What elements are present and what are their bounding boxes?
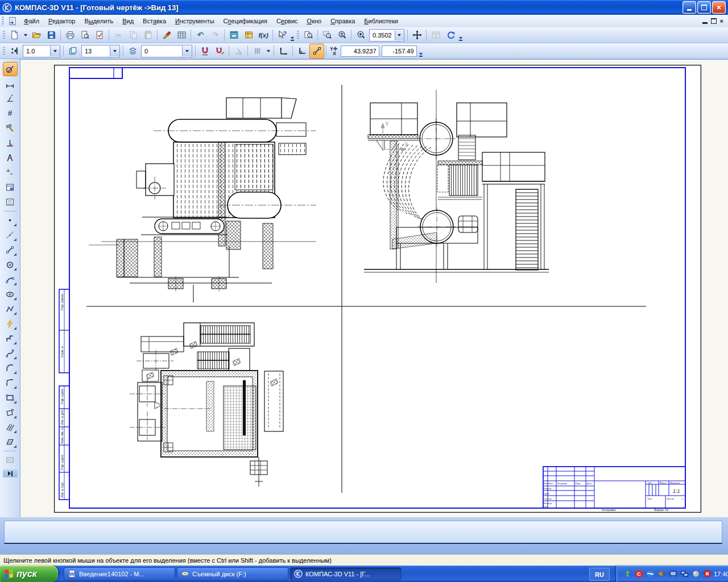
taskbar-clock[interactable]: 17:40 [714,571,728,577]
angle-button[interactable] [231,44,246,59]
open-document-button[interactable] [29,28,44,43]
panel-expander[interactable] [3,469,18,477]
zoom-in-button[interactable] [353,28,368,43]
tool-hatch-button[interactable] [3,435,18,449]
taskbar-task-disk[interactable]: Съемный диск (F:) [177,567,288,580]
coordinate-x-field[interactable]: 43.9237 [341,45,379,57]
step-dropdown[interactable] [50,46,60,56]
panel-designations-button[interactable]: * [3,92,18,106]
volume-icon[interactable] [657,569,667,579]
mdi-restore-button[interactable] [711,18,717,24]
device-icon[interactable] [691,569,701,579]
paste-button[interactable] [140,28,155,43]
zoom-scale-dropdown[interactable] [395,30,404,40]
print-button[interactable] [63,28,77,43]
print-preview-button[interactable] [77,28,92,43]
refresh-button[interactable] [443,28,458,43]
language-indicator[interactable]: RU [589,568,610,581]
tool-auxiliary-line-button[interactable] [3,228,18,242]
undo-button[interactable]: ↶ [193,28,208,43]
restore-button[interactable] [697,1,711,14]
antivirus-icon[interactable]: C [634,569,644,579]
grid-dropdown[interactable] [264,45,272,57]
menu-help[interactable]: Справка [326,16,359,26]
panel-parametrization-button[interactable] [3,136,18,150]
mdi-child-icon[interactable] [8,16,17,26]
start-button[interactable]: пуск [0,566,58,582]
tool-lightning-curve-button[interactable] [3,317,18,331]
menu-tools[interactable]: Инструменты [171,16,219,26]
menu-select[interactable]: Выделить [80,16,118,26]
step-button[interactable] [7,44,22,59]
layers-button[interactable] [125,44,140,59]
ortho-button[interactable] [295,44,309,59]
local-cs-button[interactable] [276,44,291,59]
tool-step-line-button[interactable] [3,331,18,346]
layer-dropdown[interactable] [182,46,192,56]
tool-circle-button[interactable] [3,257,18,272]
taskbar-task-kompas[interactable]: КОМПАС-3D V11 - [Г... [290,567,402,580]
property-panel-message-area[interactable] [4,521,722,544]
redo-button[interactable]: ↷ [208,28,222,43]
copy-button[interactable] [126,28,140,43]
panel-selection-button[interactable]: +- [3,165,18,180]
document-check-button[interactable] [92,28,107,43]
tool-continuous-line-button[interactable] [3,302,18,316]
snap-settings-button[interactable] [197,44,212,59]
tool-arc-button[interactable] [3,272,18,286]
pan-button[interactable] [410,28,424,43]
tool-chamfer-button[interactable] [3,361,18,375]
fx-button[interactable]: f(x) [256,28,271,43]
panel-editing-button[interactable] [3,121,18,135]
grid-button[interactable] [250,44,264,59]
network-icon[interactable] [680,569,689,579]
coordinate-y-field[interactable]: -157.49 [382,45,417,57]
menu-window[interactable]: Окно [303,16,326,26]
tool-point-button[interactable] [3,213,18,227]
drawing-canvas[interactable]: Перв. примен. Справ. № Подп. и дата Инв.… [20,59,728,517]
state-toolbar-overflow[interactable] [418,43,424,59]
state-toolbar-grip[interactable] [3,47,5,56]
security-alert-icon[interactable] [702,569,712,579]
globe-icon[interactable] [646,569,655,579]
menu-service[interactable]: Сервис [272,16,303,26]
panel-dimensions-button[interactable] [3,77,18,91]
zoom-in-out-button[interactable]: ± [334,28,349,43]
toolbar-overflow[interactable] [289,27,295,43]
drawing-sheet[interactable]: Перв. примен. Справ. № Подп. и дата Инв.… [54,65,701,513]
menu-file[interactable]: Файл [19,16,44,26]
menu-insert[interactable]: Вставка [138,16,171,26]
close-button[interactable]: ✕ [712,1,726,14]
minimize-button[interactable] [682,1,696,14]
save-document-button[interactable] [44,28,59,43]
zoom-scale-combo[interactable]: 0.3502 [369,29,404,41]
views-button[interactable] [65,44,80,59]
document-manager-button[interactable] [241,28,256,43]
mdi-close-button[interactable]: × [720,18,723,24]
tool-collect-contour-button[interactable] [3,405,18,419]
display-icon[interactable] [668,569,678,579]
help-cursor-button[interactable]: ? [275,28,289,43]
copy-properties-button[interactable] [159,28,174,43]
show-document-button[interactable] [428,28,443,43]
tool-macro-button[interactable] [3,453,18,467]
tool-rectangle-button[interactable] [3,390,18,405]
menu-editor[interactable]: Редактор [44,16,80,26]
zoom-by-document-button[interactable] [301,28,316,43]
tool-segment-button[interactable] [3,243,18,257]
panel-reports-button[interactable] [3,195,18,209]
cut-button[interactable]: ✂ [111,28,126,43]
view-number-combo[interactable]: 13 [81,45,120,57]
panel-edit-grid-button[interactable]: # [3,106,18,120]
panel-geometry-button[interactable] [3,62,18,76]
toolbar-grip[interactable] [3,31,5,40]
menu-grip[interactable] [2,16,4,26]
update-icon[interactable] [623,569,632,579]
menu-specification[interactable]: Спецификация [219,16,272,26]
tool-fillet-button[interactable] [3,376,18,390]
view-toolbar-overflow[interactable] [458,27,464,43]
menu-libraries[interactable]: Библиотеки [359,16,403,26]
tool-multiline-button[interactable] [3,420,18,434]
view-toolbar-grip[interactable] [297,31,299,40]
menu-view[interactable]: Вид [118,16,138,26]
